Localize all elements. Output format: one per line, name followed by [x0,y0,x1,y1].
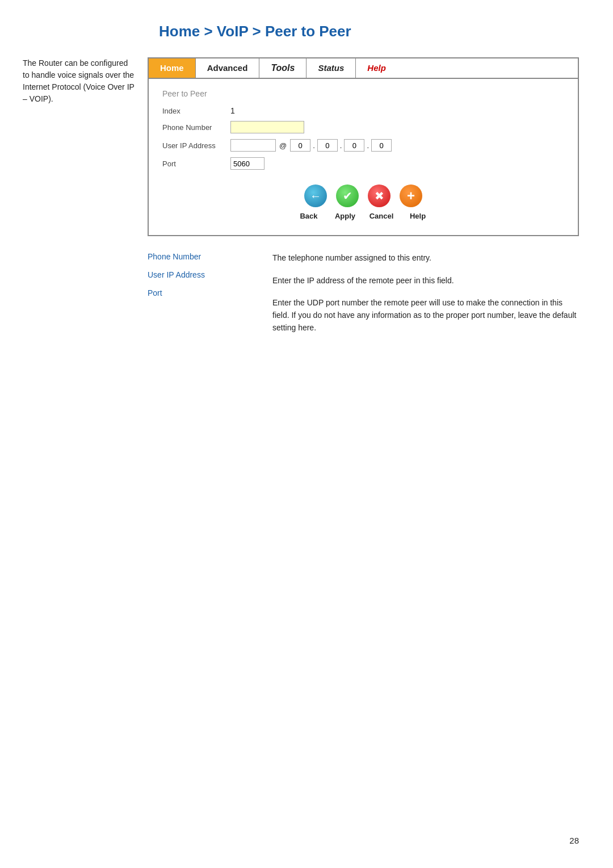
nav-tools[interactable]: Tools [259,58,306,78]
nav-status[interactable]: Status [306,58,356,78]
help-section: Phone Number User IP Address Port The te… [148,252,579,344]
content-area: Home Advanced Tools Status Help Peer to … [148,57,579,344]
ip-dot-1: . [313,141,315,150]
help-button[interactable]: + [400,184,422,207]
phone-number-label: Phone Number [162,123,230,132]
nav-bar: Home Advanced Tools Status Help [149,58,578,79]
ip-input-group: @ . . . [230,139,392,152]
action-labels: Back Apply Cancel Help [162,212,564,224]
phone-number-term[interactable]: Phone Number [148,252,267,261]
router-panel: Home Advanced Tools Status Help Peer to … [148,57,579,236]
ip-dot-3: . [367,141,369,150]
help-descriptions: The telephone number assigned to this en… [272,252,579,344]
nav-help[interactable]: Help [356,58,397,78]
user-ip-term[interactable]: User IP Address [148,270,267,279]
ip-host-input[interactable] [230,139,276,152]
sidebar: The Router can be configured to handle v… [23,57,148,344]
ip-at-symbol: @ [279,141,287,150]
section-title: Peer to Peer [162,89,564,98]
apply-icon: ✔ [343,189,352,203]
user-ip-desc: Enter the IP address of the remote peer … [272,275,579,287]
back-icon: ← [310,190,321,203]
form-area: Peer to Peer Index 1 Phone Number User I… [149,79,578,235]
page-number: 28 [569,836,579,845]
sidebar-description: The Router can be configured to handle v… [23,57,136,105]
nav-advanced[interactable]: Advanced [196,58,260,78]
user-ip-label: User IP Address [162,141,230,150]
back-label: Back [293,212,325,220]
user-ip-row: User IP Address @ . . . [162,139,564,152]
index-row: Index 1 [162,106,564,115]
nav-home[interactable]: Home [149,58,196,78]
cancel-button[interactable]: ✖ [368,184,391,207]
ip-octet-0[interactable] [290,139,310,152]
index-label: Index [162,107,230,115]
help-terms: Phone Number User IP Address Port [148,252,272,344]
cancel-icon: ✖ [375,189,384,203]
ip-octet-2[interactable] [344,139,364,152]
phone-number-row: Phone Number [162,121,564,133]
index-value: 1 [230,106,235,115]
help-action-label: Help [402,212,434,220]
page-title: Home > VoIP > Peer to Peer [159,23,579,40]
port-row: Port [162,157,564,170]
port-input[interactable] [230,157,264,170]
action-buttons-row: ← ✔ ✖ + [162,175,564,212]
apply-label: Apply [329,212,361,220]
ip-octet-1[interactable] [317,139,338,152]
port-desc: Enter the UDP port number the remote pee… [272,297,579,334]
phone-number-input[interactable] [230,121,304,133]
ip-octet-3[interactable] [371,139,392,152]
back-button[interactable]: ← [304,184,327,207]
cancel-label: Cancel [366,212,397,220]
help-icon: + [407,188,415,204]
port-label: Port [162,160,230,168]
phone-number-desc: The telephone number assigned to this en… [272,252,579,265]
port-term[interactable]: Port [148,288,267,297]
ip-dot-2: . [340,141,342,150]
apply-button[interactable]: ✔ [336,184,359,207]
